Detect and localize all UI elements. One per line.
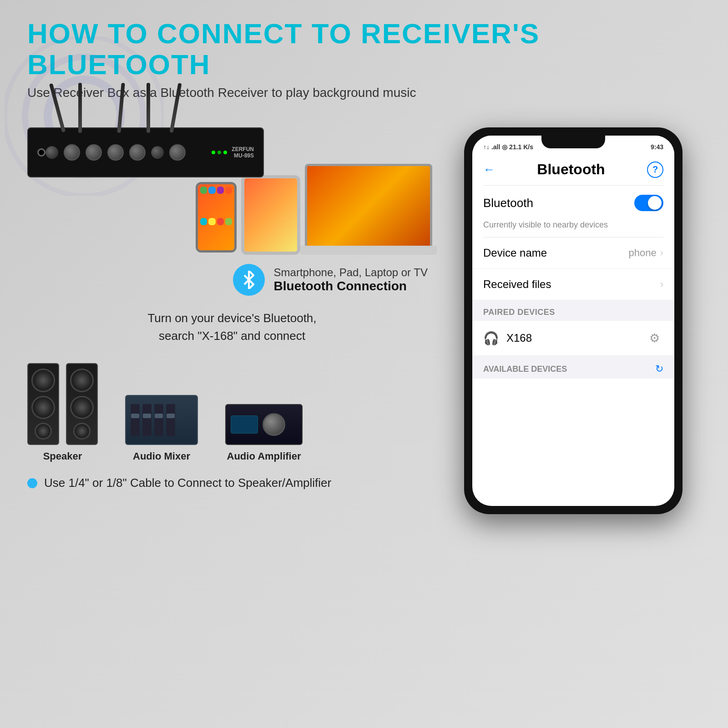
app-icon-1	[200, 187, 207, 193]
speaker-driver-bot-r	[73, 423, 91, 440]
knob-mic-c	[107, 144, 124, 161]
app-icon-2	[208, 187, 215, 193]
laptop-hinge	[300, 246, 437, 255]
app-icon-6	[208, 218, 215, 225]
phone-screen: ↑↓ .all ◎ 21.1 K/s 9:43 ← Bluetooth ?	[472, 136, 674, 506]
bluetooth-connection-text: Smartphone, Pad, Laptop or TV Bluetooth …	[274, 266, 428, 293]
cable-text: Use 1/4" or 1/8" Cable to Connect to Spe…	[44, 476, 331, 490]
speaker-pair	[27, 363, 98, 445]
device-name-row[interactable]: Device name phone ›	[472, 238, 674, 269]
bottom-equipment: Speaker Audio Mixer	[27, 363, 437, 462]
antenna-2	[78, 83, 82, 133]
app-icon-3	[217, 187, 224, 193]
laptop-image	[305, 164, 437, 255]
paired-device-x168[interactable]: 🎧 X168 ⚙	[472, 321, 674, 356]
status-left-text: ↑↓ .all ◎ 21.1 K/s	[483, 143, 533, 151]
bluetooth-toggle[interactable]	[634, 195, 663, 211]
status-time: 9:43	[651, 143, 663, 151]
bluetooth-header: ← Bluetooth ?	[472, 154, 674, 185]
receiver-brand: ZERFUN MU-89S	[232, 146, 254, 159]
instruction-text: Turn on your device's Bluetooth,search "…	[27, 309, 437, 345]
left-section: ZERFUN MU-89S	[27, 118, 437, 514]
amplifier-label: Audio Amplifier	[227, 450, 301, 462]
amplifier-box	[225, 404, 303, 445]
app-icon-7	[217, 218, 224, 225]
gear-button[interactable]: ⚙	[645, 329, 663, 347]
phone-screen-preview	[198, 184, 234, 250]
app-icon-5	[200, 218, 207, 225]
refresh-icon[interactable]: ↻	[655, 363, 663, 375]
speaker-right	[66, 363, 98, 445]
page-content: HOW TO CONNECT TO RECEIVER'S BLUETOOTH U…	[0, 0, 728, 532]
led-2	[217, 151, 221, 154]
amp-knob	[263, 413, 285, 436]
mixer-item: Audio Mixer	[125, 395, 198, 462]
knob-music	[169, 144, 186, 161]
speaker-item: Speaker	[27, 363, 98, 462]
chevron-icon-1: ›	[660, 247, 663, 259]
mixer-fader-3	[154, 404, 163, 436]
device-name-value: phone ›	[628, 247, 663, 259]
mixer-fader-4	[166, 404, 175, 436]
speaker-driver-top-l	[31, 369, 55, 392]
speaker-label: Speaker	[43, 450, 82, 462]
amplifier-item: Audio Amplifier	[225, 404, 303, 462]
mixer-box	[125, 395, 198, 445]
phone-shell: ↑↓ .all ◎ 21.1 K/s 9:43 ← Bluetooth ?	[464, 127, 682, 514]
knob-mic-d	[129, 144, 146, 161]
back-arrow-icon[interactable]: ←	[483, 162, 495, 177]
available-devices-header: AVAILABLE DEVICES	[483, 364, 567, 374]
speaker-driver-mid-r	[70, 396, 94, 419]
phone-container: ↑↓ .all ◎ 21.1 K/s 9:43 ← Bluetooth ?	[464, 127, 682, 514]
knob-echo	[151, 146, 164, 159]
led-3	[223, 151, 227, 154]
received-files-row[interactable]: Received files ›	[472, 269, 674, 300]
app-icon-8	[225, 218, 232, 225]
chevron-icon-2: ›	[660, 278, 663, 290]
speaker-driver-mid-l	[31, 396, 55, 419]
phone-notch	[541, 136, 605, 148]
antenna-4	[147, 83, 150, 133]
bluetooth-visible-text: Currently visible to nearby devices	[472, 220, 674, 237]
tablet-image	[241, 175, 300, 255]
right-section: ↑↓ .all ◎ 21.1 K/s 9:43 ← Bluetooth ?	[446, 118, 701, 514]
headphone-icon: 🎧	[483, 331, 499, 346]
receiver-device: ZERFUN MU-89S	[27, 127, 264, 177]
led-1	[212, 151, 215, 154]
bluetooth-screen-title: Bluetooth	[537, 161, 605, 178]
speaker-driver-top-r	[70, 369, 94, 392]
paired-device-name: X168	[506, 332, 638, 344]
received-files-label: Received files	[483, 278, 551, 291]
bluetooth-icon	[240, 271, 258, 289]
speaker-driver-bot-l	[35, 423, 52, 440]
help-button[interactable]: ?	[647, 162, 663, 178]
led-indicators	[212, 151, 227, 154]
app-icon-4	[225, 187, 232, 193]
speaker-left	[27, 363, 59, 445]
mixer-fader-1	[131, 404, 140, 436]
main-layout: ZERFUN MU-89S	[27, 118, 701, 514]
mixer-fader-2	[142, 404, 152, 436]
knob-mic-vol	[46, 146, 58, 159]
bluetooth-badge	[233, 264, 265, 296]
receiver-knobs	[46, 144, 207, 161]
cable-note: Use 1/4" or 1/8" Cable to Connect to Spe…	[27, 476, 437, 490]
mixer-label: Audio Mixer	[133, 450, 190, 462]
bluetooth-toggle-label: Bluetooth	[483, 196, 533, 210]
bluetooth-connection-info: Smartphone, Pad, Laptop or TV Bluetooth …	[27, 264, 437, 296]
receiver-area: ZERFUN MU-89S	[27, 127, 437, 177]
small-phone-image	[196, 182, 237, 253]
mic-jack	[37, 148, 46, 157]
bluetooth-toggle-row: Bluetooth	[472, 186, 674, 220]
knob-mic-a	[64, 144, 80, 161]
device-name-label: Device name	[483, 247, 547, 259]
paired-devices-header: PAIRED DEVICES	[472, 300, 674, 321]
cable-dot-icon	[27, 478, 37, 488]
available-devices-section: AVAILABLE DEVICES ↻	[472, 356, 674, 379]
knob-mic-b	[86, 144, 102, 161]
amp-display	[231, 415, 258, 434]
